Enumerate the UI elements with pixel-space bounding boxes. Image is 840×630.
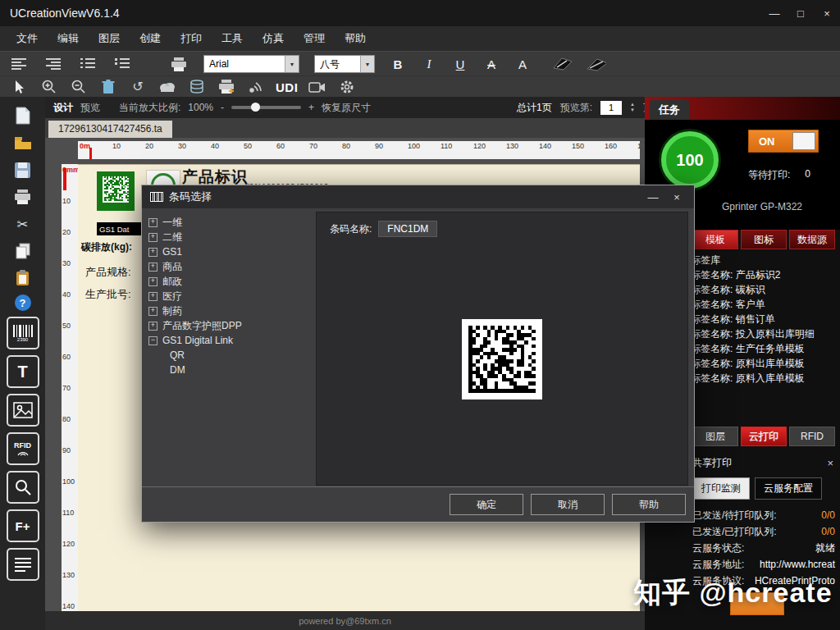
zoom-out-icon[interactable] — [69, 78, 89, 96]
tab-task[interactable]: 任务 — [650, 100, 689, 120]
function-plus-tool[interactable]: F+ — [7, 509, 39, 542]
canvas-gs1-box[interactable]: GS1 Dat — [97, 222, 145, 235]
italic-button[interactable]: I — [421, 57, 437, 71]
menu-item-4[interactable]: 创建 — [130, 27, 171, 50]
label-template-item[interactable]: 标签名称: 原料出库单模板 — [691, 356, 838, 371]
help-button[interactable]: 帮助 — [612, 494, 686, 515]
label-template-item[interactable]: 标签名称: 客户单 — [691, 297, 838, 312]
menu-item-3[interactable]: 图层 — [89, 27, 130, 50]
save-icon[interactable] — [12, 159, 34, 180]
restore-size-button[interactable]: 恢复原尺寸 — [322, 101, 371, 115]
label-template-item[interactable]: 标签名称: 产品标识2 — [691, 267, 838, 282]
strikethrough-button[interactable]: A — [483, 57, 500, 71]
open-folder-icon[interactable] — [12, 132, 34, 153]
font-select[interactable]: Arial ▼ — [203, 55, 299, 73]
tree-node[interactable]: +邮政 — [148, 274, 309, 289]
copy-icon[interactable] — [12, 240, 34, 262]
cut-icon[interactable]: ✂ — [12, 213, 34, 235]
delete-trash-icon[interactable] — [98, 78, 118, 96]
dialog-close-button[interactable]: × — [668, 191, 686, 203]
expand-icon[interactable]: + — [148, 292, 158, 301]
print-icon[interactable] — [12, 186, 34, 208]
new-document-icon[interactable] — [12, 105, 34, 126]
align-left-icon[interactable] — [10, 57, 30, 71]
label-template-item[interactable]: 标签名称: 生产任务单模板 — [691, 341, 838, 356]
ok-button[interactable]: 确定 — [450, 494, 523, 515]
gear-icon[interactable] — [337, 78, 357, 96]
minimize-button[interactable]: — — [761, 0, 788, 26]
label-template-item[interactable]: 标签名称: 投入原料出库明细 — [691, 326, 838, 341]
tree-leaf[interactable]: QR — [148, 348, 309, 363]
toggle-knob[interactable] — [792, 132, 815, 150]
dialog-title-bar[interactable]: 条码选择 — × — [142, 185, 694, 208]
close-icon[interactable]: × — [827, 457, 833, 469]
tab-preview[interactable]: 预览 — [80, 101, 100, 115]
print-on-toggle[interactable]: ON — [748, 130, 819, 153]
canvas-field-batch[interactable]: 生产批号: — [85, 287, 131, 302]
select-cursor-icon[interactable] — [10, 78, 30, 96]
underline-button[interactable]: U — [452, 57, 468, 71]
maximize-button[interactable]: □ — [788, 0, 814, 26]
lower-tab-2[interactable]: 云打印 — [741, 427, 787, 446]
close-button[interactable]: × — [814, 0, 840, 26]
menu-item-1[interactable]: 文件 — [7, 27, 48, 50]
page-spinner-arrows[interactable]: ▲▼ — [630, 102, 635, 113]
zoom-in-icon[interactable] — [39, 78, 59, 96]
expand-icon[interactable]: + — [148, 322, 158, 331]
menu-item-5[interactable]: 打印 — [171, 27, 212, 50]
text-tool[interactable]: T — [7, 355, 39, 388]
tree-node[interactable]: +GS1 — [148, 244, 309, 259]
font-color-button[interactable]: A — [514, 57, 531, 71]
tree-node[interactable]: +二维 — [148, 230, 309, 244]
lower-tab-1[interactable]: 图层 — [692, 427, 738, 446]
undo-icon[interactable]: ↺ — [128, 78, 148, 96]
magnifier-tool[interactable] — [7, 471, 39, 504]
lower-tab-3[interactable]: RFID — [789, 427, 835, 446]
label-template-item[interactable]: 标签名称: 原料入库单模板 — [691, 371, 838, 386]
tree-node[interactable]: +产品数字护照DPP — [148, 318, 309, 333]
image-tool[interactable] — [7, 394, 39, 427]
tab-design[interactable]: 设计 — [53, 101, 73, 115]
barcode-tool[interactable]: 2390 — [7, 317, 39, 349]
cloud-config-button[interactable]: 云服务配置 — [755, 477, 822, 500]
expand-icon[interactable]: + — [148, 248, 158, 257]
rfid-tool[interactable]: RFID — [7, 432, 39, 465]
align-right-icon[interactable] — [44, 57, 64, 71]
chevron-down-icon[interactable]: ▼ — [360, 56, 374, 72]
cloud-upload-icon[interactable] — [158, 78, 177, 96]
tree-node[interactable]: +商品 — [148, 259, 309, 274]
printer-add-icon[interactable] — [217, 78, 236, 96]
document-tab[interactable]: 17296130417427456.ta — [48, 121, 172, 138]
label-template-item[interactable]: 标签名称: 碳标识 — [691, 282, 838, 297]
cancel-button[interactable]: 取消 — [531, 494, 605, 515]
paste-icon[interactable] — [12, 267, 34, 289]
zoom-slider[interactable] — [231, 106, 301, 109]
zoom-minus-button[interactable]: - — [221, 102, 224, 113]
print-monitor-button[interactable]: 打印监测 — [692, 477, 750, 500]
number-list-icon[interactable] — [113, 57, 133, 71]
label-template-item[interactable]: 标签名称: 销售订单 — [691, 312, 838, 326]
expand-icon[interactable]: + — [148, 218, 158, 227]
canvas-field-spec[interactable]: 产品规格: — [85, 265, 131, 280]
font-size-select[interactable]: 八号 ▼ — [314, 55, 375, 73]
bold-button[interactable]: B — [390, 57, 406, 71]
tab-2[interactable]: 图标 — [741, 230, 787, 249]
expand-icon[interactable]: + — [148, 307, 158, 316]
tree-node[interactable]: −GS1 Digital Link — [148, 333, 309, 348]
rfid-signal-icon[interactable] — [246, 78, 266, 96]
menu-item-9[interactable]: 帮助 — [335, 27, 376, 50]
bullet-list-icon[interactable] — [79, 57, 98, 71]
menu-item-6[interactable]: 工具 — [212, 27, 253, 50]
menu-item-8[interactable]: 管理 — [294, 27, 335, 50]
tree-leaf[interactable]: DM — [148, 363, 309, 377]
print-setup-icon[interactable] — [169, 57, 189, 71]
zoom-plus-button[interactable]: + — [308, 102, 314, 113]
tab-3[interactable]: 数据源 — [789, 230, 835, 249]
menu-item-2[interactable]: 编辑 — [48, 27, 89, 50]
chevron-down-icon[interactable]: ▼ — [285, 56, 299, 72]
preview-page-input[interactable]: 1 — [600, 101, 622, 115]
camera-icon[interactable] — [308, 78, 327, 96]
canvas-datamatrix-green[interactable] — [97, 171, 135, 211]
udi-tool[interactable]: UDI — [276, 80, 298, 94]
tree-node[interactable]: +医疗 — [148, 289, 309, 304]
